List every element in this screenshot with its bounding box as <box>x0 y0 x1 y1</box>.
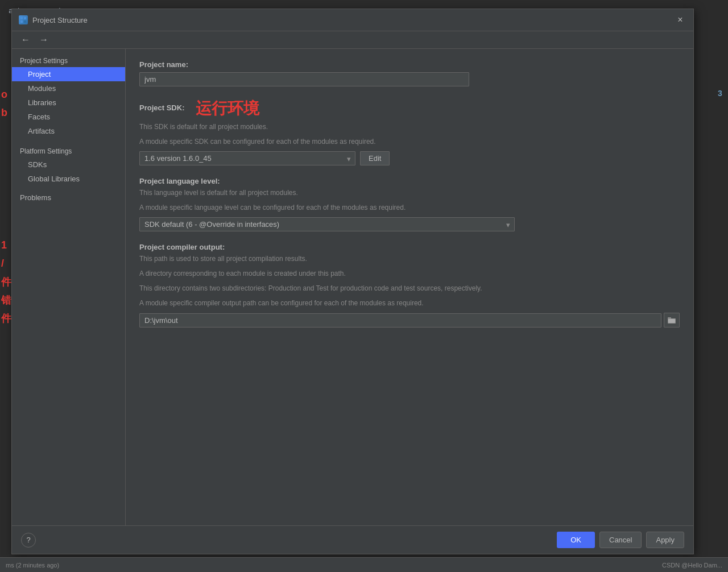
compiler-output-title: Project compiler output: <box>139 243 680 251</box>
sdk-annotation: 运行环境 <box>196 98 259 119</box>
help-button[interactable]: ? <box>21 533 36 548</box>
compiler-desc4: A module specific compiler output path c… <box>139 298 680 308</box>
svg-rect-3 <box>24 20 26 23</box>
sidebar-item-problems[interactable]: Problems <box>12 190 125 205</box>
edit-sdk-button[interactable]: Edit <box>360 151 390 165</box>
compiler-output-row <box>139 313 680 328</box>
svg-rect-0 <box>20 17 23 19</box>
folder-browse-button[interactable] <box>664 313 680 328</box>
language-level-group: Project language level: This language le… <box>139 177 680 231</box>
dialog-title: Project Structure <box>32 16 669 24</box>
sdk-desc2: A module specific SDK can be configured … <box>139 136 680 147</box>
compiler-desc1: This path is used to store all project c… <box>139 254 680 264</box>
status-right: CSDN @Hello Dam... <box>662 562 722 569</box>
sdk-row: 1.6 version 1.6.0_45 Edit <box>139 151 680 165</box>
project-name-group: Project name: <box>139 60 680 86</box>
sdk-select[interactable]: 1.6 version 1.6.0_45 <box>139 151 355 165</box>
language-desc2: A module specific language level can be … <box>139 202 680 213</box>
forward-button[interactable]: → <box>36 34 52 46</box>
sdk-select-wrapper: 1.6 version 1.6.0_45 <box>139 151 355 165</box>
sidebar-item-libraries[interactable]: Libraries <box>12 96 125 110</box>
compiler-desc3: This directory contains two subdirectori… <box>139 283 680 293</box>
sidebar-item-artifacts[interactable]: Artifacts <box>12 124 125 138</box>
project-structure-dialog: Project Structure × ← → Project Settings… <box>11 9 694 554</box>
footer-buttons: OK Cancel Apply <box>557 532 684 548</box>
compiler-desc2: A directory corresponding to each module… <box>139 268 680 279</box>
sidebar-item-sdks[interactable]: SDKs <box>12 157 125 172</box>
ok-button[interactable]: OK <box>557 532 595 548</box>
left-code-annotation: o b 1 / 件 错 件 <box>0 85 11 328</box>
language-desc1: This language level is default for all p… <box>139 188 680 198</box>
sdk-desc1: This SDK is default for all project modu… <box>139 122 680 132</box>
sidebar-item-project[interactable]: Project <box>12 67 125 81</box>
language-select[interactable]: SDK default (6 - @Override in interfaces… <box>139 217 515 231</box>
project-name-label: Project name: <box>139 60 680 69</box>
dialog-nav: ← → <box>12 31 693 49</box>
status-bar: ms (2 minutes ago) CSDN @Hello Dam... <box>0 557 728 572</box>
sidebar-item-modules[interactable]: Modules <box>12 81 125 96</box>
sidebar-item-global-libraries[interactable]: Global Libraries <box>12 172 125 186</box>
svg-rect-6 <box>668 319 675 323</box>
sdk-title-row: Project SDK: 运行环境 <box>139 98 680 119</box>
status-left: ms (2 minutes ago) <box>6 562 59 569</box>
sdk-title: Project SDK: <box>139 103 184 112</box>
right-code-annotation: 3 <box>717 85 728 101</box>
sidebar: Project Settings Project Modules Librari… <box>12 49 126 525</box>
cancel-button[interactable]: Cancel <box>599 532 642 548</box>
project-settings-label: Project Settings <box>12 53 125 67</box>
sdk-group: Project SDK: 运行环境 This SDK is default fo… <box>139 98 680 165</box>
dialog-footer: ? OK Cancel Apply <box>12 525 693 554</box>
close-button[interactable]: × <box>674 14 686 26</box>
language-select-wrapper: SDK default (6 - @Override in interfaces… <box>139 217 515 231</box>
sidebar-item-facets[interactable]: Facets <box>12 110 125 124</box>
back-button[interactable]: ← <box>18 34 34 46</box>
main-content: Project name: Project SDK: 运行环境 This SDK… <box>126 49 693 525</box>
compiler-output-group: Project compiler output: This path is us… <box>139 243 680 328</box>
apply-button[interactable]: Apply <box>646 532 684 548</box>
dialog-body: Project Settings Project Modules Librari… <box>12 49 693 525</box>
compiler-output-input[interactable] <box>139 313 661 328</box>
platform-settings-label: Platform Settings <box>12 144 125 157</box>
project-name-input[interactable] <box>139 72 469 86</box>
svg-rect-1 <box>24 17 26 19</box>
dialog-icon <box>19 15 28 24</box>
svg-rect-2 <box>20 20 23 23</box>
dialog-titlebar: Project Structure × <box>12 9 693 31</box>
language-level-title: Project language level: <box>139 177 680 185</box>
